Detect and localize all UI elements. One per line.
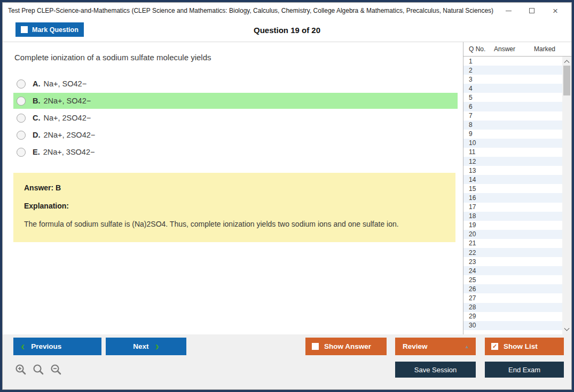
caret-up-icon: ▲ xyxy=(465,344,469,349)
question-list-row[interactable]: 2 xyxy=(463,66,562,75)
question-list-row[interactable]: 11 xyxy=(463,148,562,157)
question-counter: Question 19 of 20 xyxy=(10,26,564,35)
minimize-icon xyxy=(506,11,512,11)
row-question-number: 16 xyxy=(463,194,494,202)
question-list-row[interactable]: 14 xyxy=(463,175,562,184)
row-question-number: 12 xyxy=(463,158,494,165)
radio-button-icon[interactable] xyxy=(17,97,26,106)
row-question-number: 26 xyxy=(463,285,494,293)
question-list-row[interactable]: 5 xyxy=(463,93,562,102)
question-list-row[interactable]: 18 xyxy=(463,212,562,221)
maximize-button[interactable] xyxy=(520,4,544,18)
mark-question-label: Mark Question xyxy=(32,26,78,34)
radio-button-icon[interactable] xyxy=(17,148,26,157)
question-list-row[interactable]: 3 xyxy=(463,75,562,84)
end-exam-button[interactable]: End Exam xyxy=(485,362,564,378)
show-list-button[interactable]: ✓ Show List xyxy=(485,338,564,355)
question-list-row[interactable]: 29 xyxy=(463,312,562,321)
question-list-row[interactable]: 4 xyxy=(463,84,562,93)
answer-option[interactable]: A. Na+, SO42− xyxy=(13,76,458,92)
question-list-row[interactable]: 17 xyxy=(463,203,562,212)
answer-option[interactable]: B. 2Na+, SO42− xyxy=(13,93,458,109)
question-list-row[interactable]: 12 xyxy=(463,157,562,166)
row-question-number: 10 xyxy=(463,139,494,147)
save-session-button[interactable]: Save Session xyxy=(395,362,476,378)
mark-question-button[interactable]: Mark Question xyxy=(15,22,84,37)
list-scrollbar[interactable] xyxy=(562,57,571,334)
option-letter: A. xyxy=(33,79,41,88)
row-question-number: 22 xyxy=(463,249,494,257)
row-question-number: 11 xyxy=(463,148,494,156)
close-icon: × xyxy=(553,6,558,15)
row-question-number: 28 xyxy=(463,303,494,311)
column-header-marked: Marked xyxy=(534,45,571,53)
question-list-row[interactable]: 7 xyxy=(463,111,562,121)
review-label: Review xyxy=(403,342,428,350)
next-button[interactable]: Next › xyxy=(106,338,186,355)
row-question-number: 25 xyxy=(463,276,494,284)
scroll-up-button[interactable] xyxy=(562,57,571,66)
option-text: Na+, 2SO42− xyxy=(44,114,91,122)
question-list-row[interactable]: 10 xyxy=(463,139,562,148)
answer-option[interactable]: E. 2Na+, 3SO42− xyxy=(13,144,458,160)
column-header-qno: Q No. xyxy=(463,45,494,53)
question-list-row[interactable]: 26 xyxy=(463,284,562,293)
question-list-row[interactable]: 19 xyxy=(463,221,562,230)
answer-option[interactable]: C. Na+, 2SO42− xyxy=(13,110,458,126)
question-list-row[interactable]: 15 xyxy=(463,184,562,193)
question-list-row[interactable]: 23 xyxy=(463,257,562,266)
radio-button-icon[interactable] xyxy=(17,131,26,140)
column-header-answer: Answer xyxy=(494,45,534,53)
question-list-row[interactable]: 22 xyxy=(463,248,562,257)
answer-option[interactable]: D. 2Na+, 2SO42− xyxy=(13,127,458,143)
question-list-row[interactable]: 8 xyxy=(463,121,562,130)
question-list-row[interactable]: 28 xyxy=(463,303,562,312)
show-list-checkbox[interactable]: ✓ xyxy=(491,343,498,350)
scrollbar-thumb[interactable] xyxy=(563,66,570,95)
question-list-row[interactable]: 27 xyxy=(463,293,562,302)
question-list-row[interactable]: 21 xyxy=(463,239,562,248)
previous-label: Previous xyxy=(31,342,61,350)
question-list-row[interactable]: 13 xyxy=(463,166,562,175)
option-text: 2Na+, SO42− xyxy=(44,97,91,105)
review-button[interactable]: Review ▲ xyxy=(395,338,476,355)
explanation-text: The formula of sodium sulfate is (Na)2SO… xyxy=(24,220,445,228)
question-list-row[interactable]: 30 xyxy=(463,321,562,330)
close-button[interactable]: × xyxy=(544,4,567,18)
row-question-number: 1 xyxy=(463,58,494,65)
window-controls: × xyxy=(497,4,567,18)
minimize-button[interactable] xyxy=(497,4,520,18)
mark-question-checkbox[interactable] xyxy=(21,26,28,33)
radio-button-icon[interactable] xyxy=(17,114,26,123)
question-list-row[interactable]: 25 xyxy=(463,275,562,284)
option-letter: C. xyxy=(33,114,41,122)
chevron-left-icon: ‹ xyxy=(21,342,25,351)
zoom-reset-icon[interactable] xyxy=(32,363,45,376)
zoom-out-icon[interactable] xyxy=(50,363,62,376)
scroll-down-button[interactable] xyxy=(562,325,571,334)
option-letter: B. xyxy=(33,97,41,105)
radio-button-icon[interactable] xyxy=(17,79,26,89)
option-letter: D. xyxy=(33,131,41,139)
show-answer-checkbox[interactable] xyxy=(312,343,319,350)
row-question-number: 23 xyxy=(463,258,494,266)
question-list-row[interactable]: 24 xyxy=(463,266,562,275)
row-question-number: 3 xyxy=(463,76,494,83)
row-question-number: 4 xyxy=(463,85,494,92)
options-list: A. Na+, SO42− B. 2Na+, SO42− C. Na+, 2SO… xyxy=(3,76,463,160)
row-question-number: 24 xyxy=(463,267,494,275)
title-bar: Test Prep CLEP-Science-and-Mathematics (… xyxy=(3,3,571,19)
zoom-in-icon[interactable] xyxy=(14,363,27,376)
previous-button[interactable]: ‹ Previous xyxy=(13,338,101,355)
question-list-row[interactable]: 20 xyxy=(463,230,562,239)
question-list-row[interactable]: 9 xyxy=(463,130,562,139)
show-answer-button[interactable]: Show Answer xyxy=(305,338,387,355)
row-question-number: 6 xyxy=(463,103,494,110)
option-text: 2Na+, 2SO42− xyxy=(44,131,96,139)
question-list-row[interactable]: 6 xyxy=(463,102,562,111)
row-question-number: 21 xyxy=(463,239,494,247)
header-strip: Mark Question Question 19 of 20 xyxy=(3,19,571,42)
question-list-row[interactable]: 1 xyxy=(463,57,562,66)
chevron-up-icon xyxy=(564,60,570,65)
question-list-row[interactable]: 16 xyxy=(463,193,562,202)
